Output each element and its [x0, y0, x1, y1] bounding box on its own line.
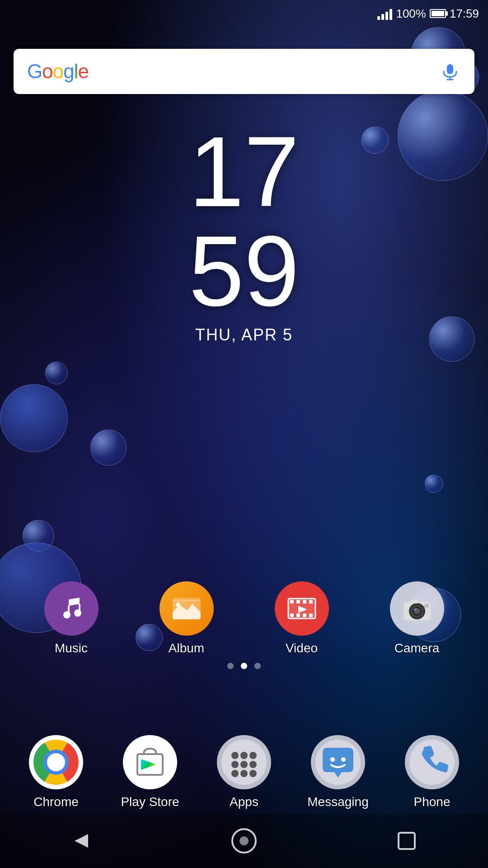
- messaging-icon: [311, 735, 365, 789]
- svg-rect-15: [296, 613, 300, 617]
- chrome-label: Chrome: [33, 795, 79, 809]
- app-playstore[interactable]: Play Store: [114, 735, 186, 809]
- svg-point-36: [240, 752, 248, 759]
- svg-point-40: [249, 761, 257, 768]
- svg-point-50: [239, 836, 249, 845]
- svg-rect-51: [399, 833, 415, 849]
- svg-point-41: [231, 770, 239, 777]
- svg-point-42: [240, 770, 248, 777]
- svg-point-24: [414, 608, 417, 611]
- signal-icon: [377, 7, 392, 20]
- google-search-bar[interactable]: Google: [14, 49, 474, 94]
- app-album[interactable]: Album: [150, 581, 223, 656]
- svg-rect-13: [309, 600, 313, 604]
- clock-status: 17:59: [450, 7, 479, 21]
- svg-rect-10: [290, 600, 294, 604]
- svg-rect-14: [290, 613, 294, 617]
- camera-label: Camera: [394, 641, 440, 656]
- svg-rect-11: [296, 600, 300, 604]
- apps-icon: [217, 735, 271, 789]
- svg-point-29: [47, 753, 65, 771]
- svg-point-43: [249, 770, 257, 777]
- google-logo: Google: [27, 60, 89, 83]
- recents-button[interactable]: [389, 823, 425, 859]
- svg-point-30: [127, 740, 173, 785]
- phone-icon: [405, 735, 459, 789]
- home-button[interactable]: [226, 823, 262, 859]
- middle-apps-row: Music Album: [0, 581, 488, 656]
- dot-2[interactable]: [254, 663, 261, 669]
- bottom-dock: Chrome: [0, 735, 488, 809]
- status-icons: 100% 17:59: [377, 7, 479, 21]
- clock-date: THU, APR 5: [195, 326, 293, 344]
- svg-marker-48: [75, 834, 88, 848]
- messaging-label: Messaging: [307, 795, 368, 809]
- app-music[interactable]: Music: [35, 581, 108, 656]
- mic-icon[interactable]: [439, 61, 461, 82]
- music-icon: [44, 581, 99, 636]
- svg-rect-12: [303, 600, 306, 604]
- video-icon: [275, 581, 329, 636]
- clock-widget: 17 59 THU, APR 5: [0, 122, 488, 344]
- dot-0[interactable]: [227, 663, 234, 669]
- app-messaging[interactable]: Messaging: [302, 735, 374, 809]
- app-apps[interactable]: Apps: [208, 735, 280, 809]
- app-phone[interactable]: Phone: [396, 735, 468, 809]
- app-video[interactable]: Video: [266, 581, 338, 656]
- battery-fill: [432, 11, 444, 16]
- clock-minute: 59: [189, 222, 300, 321]
- chrome-icon: [29, 735, 83, 789]
- battery-percent: 100%: [396, 7, 426, 21]
- svg-point-35: [231, 752, 239, 759]
- phone-label: Phone: [414, 795, 450, 809]
- clock-hour: 17: [189, 122, 300, 222]
- svg-point-39: [240, 761, 248, 768]
- music-label: Music: [55, 641, 88, 656]
- svg-point-37: [249, 752, 257, 759]
- album-label: Album: [169, 641, 204, 656]
- app-chrome[interactable]: Chrome: [20, 735, 92, 809]
- playstore-icon: [123, 735, 177, 789]
- video-label: Video: [286, 641, 318, 656]
- svg-rect-16: [303, 613, 306, 617]
- svg-point-46: [341, 757, 346, 762]
- apps-label: Apps: [230, 795, 258, 809]
- status-bar: 100% 17:59: [0, 0, 488, 27]
- page-dots: [0, 663, 488, 669]
- svg-rect-0: [447, 64, 453, 74]
- svg-rect-26: [424, 604, 429, 608]
- playstore-label: Play Store: [121, 795, 179, 809]
- svg-point-8: [176, 603, 180, 607]
- nav-bar: [0, 814, 488, 868]
- svg-rect-25: [411, 599, 418, 604]
- back-button[interactable]: [63, 823, 99, 859]
- dot-1[interactable]: [241, 663, 247, 669]
- camera-icon: [390, 581, 444, 636]
- album-icon: [160, 581, 214, 636]
- svg-point-38: [231, 761, 239, 768]
- battery-icon: [430, 9, 446, 18]
- svg-point-45: [330, 757, 335, 762]
- app-camera[interactable]: Camera: [381, 581, 453, 656]
- svg-rect-17: [309, 613, 313, 617]
